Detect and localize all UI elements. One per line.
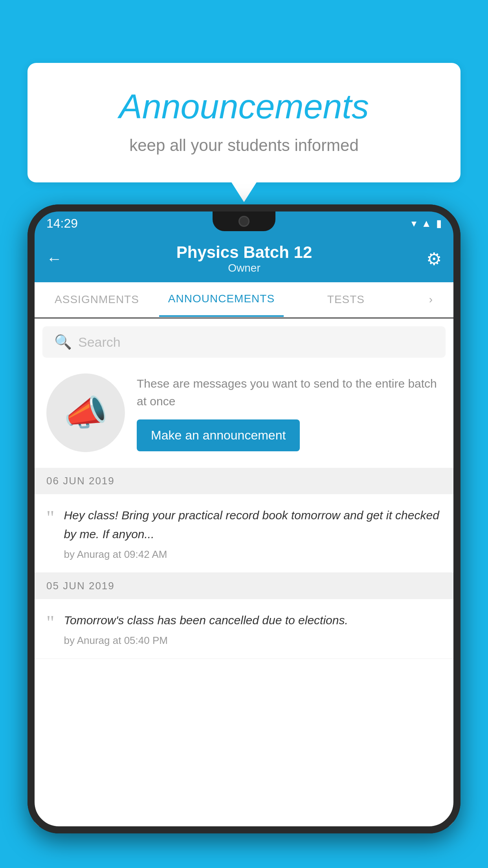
search-icon: 🔍 <box>54 334 72 350</box>
quote-icon-2: " <box>46 612 54 647</box>
header-title: Physics Batch 12 <box>62 243 426 262</box>
announcement-text-1: Hey class! Bring your practical record b… <box>64 506 442 544</box>
tab-announcements[interactable]: ANNOUNCEMENTS <box>159 282 284 317</box>
header-center: Physics Batch 12 Owner <box>62 243 426 274</box>
promo-icon-circle: 📣 <box>46 373 125 452</box>
announcement-item-2[interactable]: " Tomorrow's class has been cancelled du… <box>35 599 453 659</box>
phone-content: 🔍 Search 📣 These are messages you want t… <box>35 318 453 826</box>
search-placeholder: Search <box>78 335 121 350</box>
signal-icon: ▲ <box>421 217 431 230</box>
camera <box>238 216 250 227</box>
status-icons: ▾ ▲ ▮ <box>411 217 442 230</box>
announcement-promo: 📣 These are messages you want to send to… <box>35 358 453 468</box>
speech-bubble-section: Announcements keep all your students inf… <box>28 63 460 182</box>
search-bar[interactable]: 🔍 Search <box>42 326 446 358</box>
announcement-right-1: Hey class! Bring your practical record b… <box>64 506 442 561</box>
header-subtitle: Owner <box>62 262 426 274</box>
announcement-right-2: Tomorrow's class has been cancelled due … <box>64 611 442 647</box>
status-time: 14:29 <box>46 216 78 231</box>
volume-down-button <box>457 307 460 346</box>
promo-description: These are messages you want to send to t… <box>137 375 442 410</box>
promo-right: These are messages you want to send to t… <box>137 375 442 451</box>
phone-container: 14:29 ▾ ▲ ▮ ← Physics Batch 12 Owner ⚙ A… <box>28 204 460 833</box>
wifi-icon: ▾ <box>411 217 416 230</box>
bubble-subtitle: keep all your students informed <box>59 136 429 155</box>
date-divider-1: 06 JUN 2019 <box>35 468 453 494</box>
power-button <box>457 275 460 299</box>
volume-button <box>28 283 31 314</box>
date-label-2: 05 JUN 2019 <box>46 580 115 592</box>
date-divider-2: 05 JUN 2019 <box>35 573 453 599</box>
tab-bar: ASSIGNMENTS ANNOUNCEMENTS TESTS › <box>35 282 453 318</box>
tab-tests[interactable]: TESTS <box>284 282 408 317</box>
speech-bubble: Announcements keep all your students inf… <box>28 63 460 182</box>
tab-more[interactable]: › <box>408 293 453 306</box>
announcement-text-2: Tomorrow's class has been cancelled due … <box>64 611 442 630</box>
phone-device: 14:29 ▾ ▲ ▮ ← Physics Batch 12 Owner ⚙ A… <box>28 204 460 833</box>
app-header: ← Physics Batch 12 Owner ⚙ <box>35 235 453 282</box>
announcement-item-1[interactable]: " Hey class! Bring your practical record… <box>35 494 453 573</box>
quote-icon-1: " <box>46 508 54 561</box>
make-announcement-button[interactable]: Make an announcement <box>137 419 300 451</box>
bubble-title: Announcements <box>59 86 429 127</box>
tab-assignments[interactable]: ASSIGNMENTS <box>35 282 159 317</box>
battery-icon: ▮ <box>436 217 442 230</box>
megaphone-icon: 📣 <box>64 392 108 434</box>
date-label-1: 06 JUN 2019 <box>46 475 115 487</box>
announcement-meta-1: by Anurag at 09:42 AM <box>64 548 442 561</box>
settings-icon[interactable]: ⚙ <box>426 249 442 269</box>
phone-notch <box>213 211 275 231</box>
announcement-meta-2: by Anurag at 05:40 PM <box>64 634 442 647</box>
back-button[interactable]: ← <box>46 250 62 268</box>
